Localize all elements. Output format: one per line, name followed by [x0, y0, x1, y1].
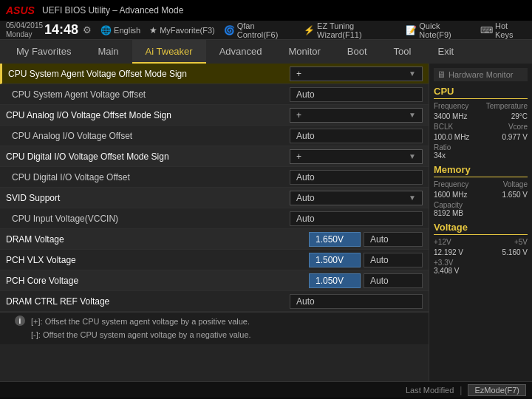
- second-bar: 05/04/2015 Monday 14:48 ⚙ 🌐 English ★ My…: [0, 21, 532, 40]
- value-cpu-digital-io-offset[interactable]: Auto: [290, 170, 423, 185]
- date-line2: Monday: [6, 30, 43, 39]
- hw-volt-33-label: +3.3V: [434, 259, 528, 267]
- dropdown-value: +: [296, 151, 301, 162]
- ezmode-button[interactable]: EzMode(F7): [468, 384, 526, 396]
- hw-volt-12-row: +12V +5V: [434, 238, 528, 246]
- hw-cpu-vcore-label: Vcore: [508, 123, 528, 131]
- label-cpu-input-voltage: CPU Input Voltage(VCCIN): [6, 214, 290, 224]
- row-cpu-input-voltage: CPU Input Voltage(VCCIN) Auto: [0, 208, 429, 229]
- label-dram-voltage: DRAM Voltage: [6, 234, 309, 245]
- pch-core-voltage-value2[interactable]: Auto: [364, 273, 423, 288]
- tab-boot[interactable]: Boot: [334, 40, 381, 64]
- language-icon: 🌐: [100, 25, 112, 35]
- last-modified-label: Last Modified: [406, 386, 454, 395]
- row-cpu-analog-io-offset: CPU Analog I/O Voltage Offset Auto: [0, 126, 429, 146]
- hw-mem-capacity-value: 8192 MB: [434, 209, 528, 217]
- hw-cpu-freq-label: Frequency: [434, 102, 468, 110]
- hw-mem-volt-value: 1.650 V: [502, 191, 528, 199]
- dropdown-cpu-analog-io-mode-sign[interactable]: + ▼: [290, 108, 423, 123]
- value-text: Auto: [296, 131, 315, 141]
- tab-ai-tweaker[interactable]: Ai Tweaker: [132, 40, 206, 64]
- label-pch-vlx-voltage: PCH VLX Voltage: [6, 255, 309, 265]
- info-bar: i [+]: Offset the CPU system agent volta…: [0, 312, 429, 344]
- hw-memory-category: Memory: [434, 164, 528, 177]
- date-line1: 05/04/2015: [6, 21, 43, 30]
- dropdown-cpu-system-agent-mode-sign[interactable]: + ▼: [290, 66, 423, 81]
- hw-volt-33-value: 3.408 V: [434, 267, 528, 275]
- value-text: Auto: [296, 296, 315, 307]
- tab-exit[interactable]: Exit: [424, 40, 467, 64]
- hw-cpu-bclk-value: 100.0 MHz: [434, 133, 469, 141]
- hw-cpu-freq-row: Frequency Temperature: [434, 102, 528, 110]
- value-text: Auto: [296, 172, 315, 183]
- tab-advanced[interactable]: Advanced: [206, 40, 276, 64]
- toolbar-qfan[interactable]: 🌀 Qfan Control(F6): [224, 21, 295, 39]
- value-cpu-input-voltage[interactable]: Auto: [290, 211, 423, 226]
- toolbar-english-label: English: [114, 26, 140, 35]
- row-cpu-digital-io-offset: CPU Digital I/O Voltage Offset Auto: [0, 167, 429, 188]
- pch-core-voltage-values: 1.050V Auto: [309, 273, 423, 288]
- settings-panel: CPU System Agent Voltage Offset Mode Sig…: [0, 64, 429, 381]
- dropdown-cpu-digital-io-mode-sign[interactable]: + ▼: [290, 149, 423, 164]
- tab-my-favorites[interactable]: My Favorites: [3, 40, 84, 64]
- pch-vlx-voltage-values: 1.500V Auto: [309, 253, 423, 267]
- value-text: 1.650V: [316, 234, 344, 245]
- hw-cpu-vcore-value: 0.977 V: [502, 133, 528, 141]
- chevron-down-icon: ▼: [409, 152, 416, 160]
- dropdown-value: Auto: [296, 193, 315, 203]
- toolbar-hotkeys-label: Hot Keys: [495, 21, 526, 39]
- tab-main[interactable]: Main: [84, 40, 132, 64]
- pch-vlx-voltage-value2[interactable]: Auto: [364, 253, 423, 267]
- hw-cpu-temp-value: 29°C: [511, 112, 528, 120]
- row-cpu-system-agent-offset: CPU System Agent Voltage Offset Auto: [0, 84, 429, 105]
- tab-tool[interactable]: Tool: [381, 40, 425, 64]
- toolbar-eztuning[interactable]: ⚡ EZ Tuning Wizard(F11): [304, 21, 397, 39]
- dram-voltage-values: 1.650V Auto: [309, 232, 423, 247]
- dropdown-svid-support[interactable]: Auto ▼: [290, 191, 423, 205]
- dram-voltage-value1[interactable]: 1.650V: [309, 232, 361, 247]
- pch-core-voltage-value1[interactable]: 1.050V: [309, 273, 361, 288]
- tab-monitor[interactable]: Monitor: [276, 40, 334, 64]
- chevron-down-icon: ▼: [409, 111, 416, 119]
- hw-cpu-category: CPU: [434, 86, 528, 99]
- dram-voltage-value2[interactable]: Auto: [364, 232, 423, 247]
- hw-mem-freq-value: 1600 MHz: [434, 191, 468, 199]
- row-pch-vlx-voltage: PCH VLX Voltage 1.500V Auto: [0, 250, 429, 270]
- top-bar: ASUS UEFI BIOS Utility – Advanced Mode: [0, 0, 532, 21]
- chevron-down-icon: ▼: [409, 69, 416, 78]
- chevron-down-icon: ▼: [409, 194, 416, 202]
- toolbar-myfavorite[interactable]: ★ MyFavorite(F3): [149, 25, 215, 35]
- value-text: Auto: [370, 276, 389, 286]
- row-cpu-system-agent-mode-sign: CPU System Agent Voltage Offset Mode Sig…: [0, 64, 429, 84]
- label-cpu-analog-io-mode-sign: CPU Analog I/O Voltage Offset Mode Sign: [6, 110, 290, 120]
- label-pch-core-voltage: PCH Core Voltage: [6, 276, 309, 286]
- tuning-icon: ⚡: [304, 25, 315, 35]
- toolbar-qfan-label: Qfan Control(F6): [237, 21, 295, 39]
- hw-volt-12-val-row: 12.192 V 5.160 V: [434, 248, 528, 256]
- gear-icon[interactable]: ⚙: [83, 24, 92, 35]
- hw-mem-freq-row: Frequency Voltage: [434, 180, 528, 188]
- dropdown-value: +: [296, 69, 301, 79]
- hw-cpu-freq-value: 3400 MHz: [434, 112, 468, 120]
- value-dram-ctrl-ref-voltage[interactable]: Auto: [290, 294, 423, 309]
- value-cpu-system-agent-offset[interactable]: Auto: [290, 87, 423, 102]
- hw-cpu-bclk-val-row: 100.0 MHz 0.977 V: [434, 133, 528, 141]
- toolbar-hotkeys[interactable]: ⌨ Hot Keys: [480, 21, 526, 39]
- toolbar-english[interactable]: 🌐 English: [100, 25, 140, 35]
- label-svid-support: SVID Support: [6, 193, 290, 203]
- hw-mem-volt-label: Voltage: [503, 180, 528, 188]
- hw-mem-freq-label: Frequency: [434, 180, 468, 188]
- hw-volt-12-label: +12V: [434, 238, 451, 246]
- bottom-divider: |: [460, 385, 462, 395]
- hw-cpu-ratio-value: 34x: [434, 151, 528, 160]
- value-text: Auto: [370, 255, 389, 265]
- bottom-bar: Last Modified | EzMode(F7): [0, 381, 532, 398]
- toolbar-quicknote[interactable]: 📝 Quick Note(F9): [406, 21, 471, 39]
- pch-vlx-voltage-value1[interactable]: 1.500V: [309, 253, 361, 267]
- value-cpu-analog-io-offset[interactable]: Auto: [290, 129, 423, 143]
- label-dram-ctrl-ref-voltage: DRAM CTRL REF Voltage: [6, 296, 290, 307]
- row-dram-voltage: DRAM Voltage 1.650V Auto: [0, 229, 429, 250]
- hw-cpu-bclk-label: BCLK: [434, 123, 453, 131]
- asus-logo: ASUS: [6, 4, 35, 16]
- hw-cpu-ratio-label: Ratio: [434, 143, 528, 151]
